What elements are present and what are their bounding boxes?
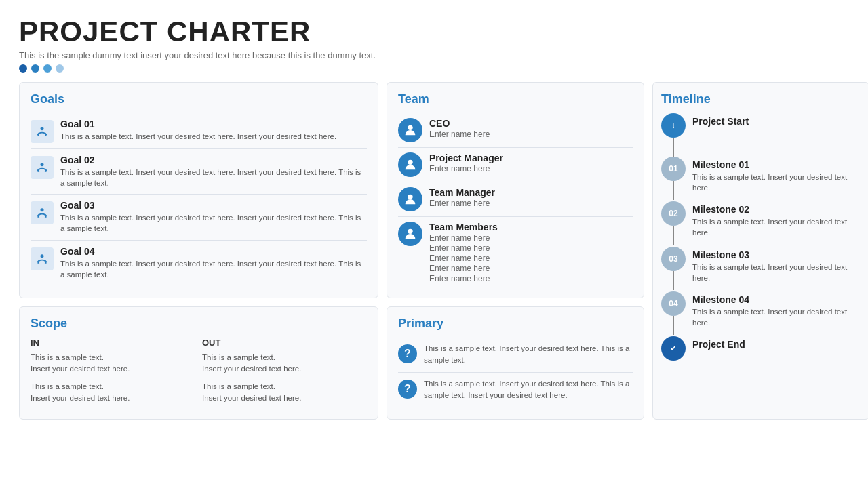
timeline-list: ↓ Project Start 01 Milestone 01 This is … <box>661 113 861 361</box>
timeline-label: Milestone 01 <box>692 159 861 170</box>
goal-text: Goal 02 This is a sample text. Insert yo… <box>60 155 367 188</box>
goal-title: Goal 03 <box>60 200 367 211</box>
page-container: PROJECT CHARTER This is the sample dummy… <box>0 0 868 430</box>
team-member-name: Enter name here <box>429 253 498 263</box>
primary-item: ? This is a sample text. Insert your des… <box>398 373 633 407</box>
scope-in-col: IN This is a sample text.Insert your des… <box>31 338 195 409</box>
team-avatar <box>398 152 422 177</box>
question-icon: ? <box>404 384 411 394</box>
goal-item: Goal 01 This is a sample text. Insert yo… <box>31 113 367 149</box>
timeline-circle: 01 <box>661 157 686 181</box>
header-dot <box>56 64 64 73</box>
question-icon: ? <box>404 348 411 359</box>
svg-point-3 <box>41 254 44 258</box>
team-member-name: Enter name here <box>429 129 490 139</box>
timeline-connector: 03 <box>661 247 686 290</box>
goals-title: Goals <box>31 92 367 106</box>
timeline-sub: This is a sample text. Insert your desir… <box>692 216 861 238</box>
primary-title: Primary <box>398 317 633 331</box>
scope-grid: IN This is a sample text.Insert your des… <box>31 338 367 409</box>
timeline-circle: 04 <box>661 291 686 316</box>
team-item: Team Manager Enter name here <box>398 182 633 217</box>
goal-desc: This is a sample text. Insert your desir… <box>60 212 367 234</box>
header-dots <box>19 64 849 73</box>
header: PROJECT CHARTER This is the sample dummy… <box>19 16 849 73</box>
team-title: Team <box>398 92 633 106</box>
primary-list: ? This is a sample text. Insert your des… <box>398 338 633 407</box>
goal-icon <box>31 247 54 270</box>
timeline-item: 01 Milestone 01 This is a sample text. I… <box>661 157 861 201</box>
scope-out-item: This is a sample text.Insert your desire… <box>202 352 367 375</box>
svg-point-7 <box>408 229 412 234</box>
goal-item: Goal 04 This is a sample text. Insert yo… <box>31 241 367 285</box>
scope-in-item: This is a sample text.Insert your desire… <box>31 381 195 405</box>
header-dot <box>43 64 52 73</box>
timeline-label: Project End <box>692 339 745 350</box>
scope-in-item: This is a sample text.Insert your desire… <box>31 352 195 375</box>
team-role: Team Members <box>429 222 498 232</box>
team-role: CEO <box>429 118 490 129</box>
team-item: CEO Enter name here <box>398 113 633 148</box>
timeline-item: ✓ Project End <box>661 336 861 361</box>
timeline-sub: This is a sample text. Insert your desir… <box>692 306 861 328</box>
primary-icon: ? <box>398 344 417 363</box>
team-member-name: Enter name here <box>429 243 498 253</box>
team-item: Project Manager Enter name here <box>398 148 633 182</box>
svg-point-6 <box>408 195 412 199</box>
team-card: Team CEO Enter name here Project Ma <box>387 82 644 298</box>
team-role: Team Manager <box>429 187 495 198</box>
timeline-circle: 02 <box>661 201 686 226</box>
timeline-circle: ✓ <box>661 336 686 361</box>
goal-text: Goal 03 This is a sample text. Insert yo… <box>60 200 367 234</box>
timeline-label: Project Start <box>692 116 749 127</box>
svg-point-5 <box>408 160 412 165</box>
goal-icon <box>31 120 54 143</box>
team-avatar <box>398 118 422 142</box>
goal-item: Goal 02 This is a sample text. Insert yo… <box>31 149 367 195</box>
team-avatar <box>398 187 422 211</box>
timeline-connector: ↓ <box>661 113 686 157</box>
timeline-connector: 02 <box>661 201 686 245</box>
timeline-text: Project End <box>692 336 745 359</box>
team-item: Team Members Enter name hereEnter name h… <box>398 217 633 288</box>
goal-icon <box>31 156 54 179</box>
team-avatar <box>398 222 422 246</box>
primary-card: Primary ? This is a sample text. Insert … <box>387 306 644 420</box>
timeline-circle: 03 <box>661 247 686 271</box>
timeline-text: Milestone 03 This is a sample text. Inse… <box>692 247 861 291</box>
goal-item: Goal 03 This is a sample text. Insert yo… <box>31 195 367 240</box>
goal-desc: This is a sample text. Insert your desir… <box>60 131 336 142</box>
primary-text: This is a sample text. Insert your desir… <box>424 343 633 367</box>
timeline-item: 04 Milestone 04 This is a sample text. I… <box>661 291 861 336</box>
timeline-title: Timeline <box>661 92 861 106</box>
svg-point-0 <box>41 127 44 131</box>
timeline-connector: 01 <box>661 157 686 200</box>
scope-out-title: OUT <box>202 338 367 348</box>
timeline-text: Milestone 01 This is a sample text. Inse… <box>692 157 861 201</box>
team-member-name: Enter name here <box>429 199 495 208</box>
goal-text: Goal 01 This is a sample text. Insert yo… <box>60 119 336 142</box>
goal-title: Goal 01 <box>60 119 336 129</box>
primary-text: This is a sample text. Insert your desir… <box>424 378 633 402</box>
main-grid: Goals Goal 01 This is a sample text. Ins… <box>19 82 849 420</box>
timeline-item: 03 Milestone 03 This is a sample text. I… <box>661 247 861 291</box>
timeline-label: Milestone 04 <box>692 294 861 305</box>
timeline-item: ↓ Project Start <box>661 113 861 157</box>
goals-card: Goals Goal 01 This is a sample text. Ins… <box>19 82 378 298</box>
timeline-label: Milestone 02 <box>692 204 861 215</box>
timeline-circle: ↓ <box>661 113 686 138</box>
timeline-line <box>673 271 674 290</box>
goal-title: Goal 04 <box>60 246 367 257</box>
goal-icon <box>31 201 54 224</box>
timeline-line <box>673 181 674 200</box>
goal-text: Goal 04 This is a sample text. Insert yo… <box>60 246 367 280</box>
svg-point-4 <box>408 125 412 130</box>
timeline-connector: 04 <box>661 291 686 335</box>
timeline-text: Milestone 04 This is a sample text. Inse… <box>692 291 861 336</box>
timeline-label: Milestone 03 <box>692 249 861 260</box>
timeline-line <box>673 226 674 245</box>
scope-card: Scope IN This is a sample text.Insert yo… <box>19 306 378 420</box>
scope-out-col: OUT This is a sample text.Insert your de… <box>202 338 367 409</box>
goals-list: Goal 01 This is a sample text. Insert yo… <box>31 113 367 285</box>
scope-in-title: IN <box>31 338 195 348</box>
